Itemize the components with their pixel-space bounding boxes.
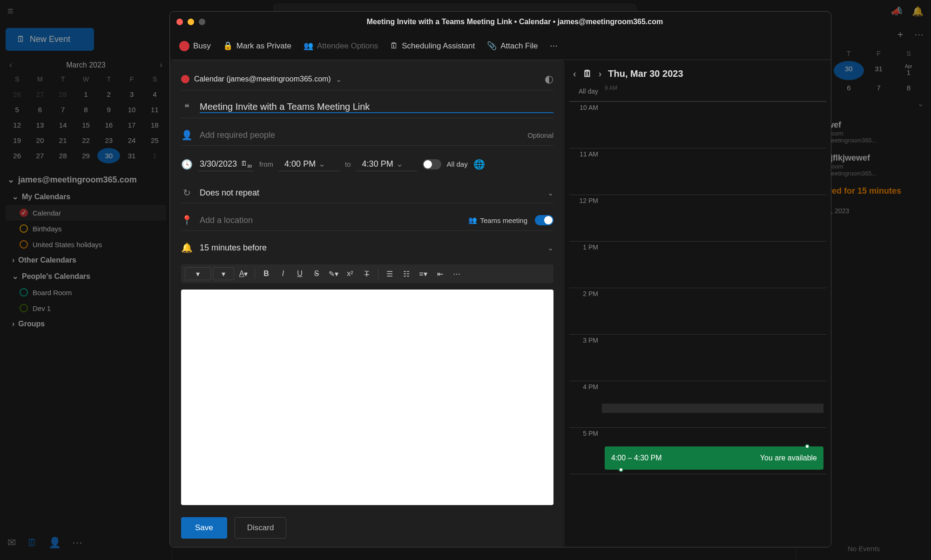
hour-label: 12 PM xyxy=(569,195,602,241)
time-slot[interactable] xyxy=(602,195,826,241)
save-button[interactable]: Save xyxy=(181,517,227,539)
mark-private-button[interactable]: 🔒 Mark as Private xyxy=(223,41,291,51)
busy-status-button[interactable]: Busy xyxy=(179,41,211,51)
clock-icon: 🕓 xyxy=(181,159,192,170)
sched-date-display: Thu, Mar 30 2023 xyxy=(608,68,683,79)
time-slot[interactable] xyxy=(602,148,826,195)
font-color-select[interactable]: ▾ xyxy=(213,267,234,280)
time-slot[interactable] xyxy=(602,102,826,148)
close-window-icon[interactable] xyxy=(176,19,183,25)
location-icon: 📍 xyxy=(181,215,192,226)
attendees-input[interactable] xyxy=(200,130,520,140)
time-slot[interactable] xyxy=(602,288,826,334)
time-slot[interactable] xyxy=(602,428,826,474)
underline-button[interactable]: U xyxy=(292,267,307,280)
chevron-down-icon[interactable]: ⌄ xyxy=(547,243,553,252)
location-input[interactable] xyxy=(200,216,461,225)
optional-attendees-button[interactable]: Optional xyxy=(527,131,553,139)
clear-format-button[interactable]: T̶ xyxy=(359,267,374,280)
maximize-window-icon[interactable] xyxy=(199,19,205,25)
attach-file-button[interactable]: 📎 Attach File xyxy=(487,41,538,51)
scheduling-assistant-button[interactable]: 🗓 Scheduling Assistant xyxy=(390,41,475,51)
number-list-button[interactable]: ☷ xyxy=(399,267,414,280)
lock-icon: 🔒 xyxy=(223,41,233,51)
time-slot[interactable] xyxy=(602,335,826,381)
subject-input[interactable] xyxy=(200,101,553,113)
allday-label: All day xyxy=(569,84,602,101)
calendar-clock-icon: 🗓 xyxy=(390,41,398,51)
chevron-down-icon[interactable]: ⌄ xyxy=(336,75,342,84)
time-slot[interactable] xyxy=(602,242,826,288)
busy-dot-icon xyxy=(179,41,189,51)
event-editor-modal: Meeting Invite with a Teams Meeting Link… xyxy=(169,11,831,547)
allday-toggle[interactable] xyxy=(423,159,441,169)
moon-icon[interactable]: ◐ xyxy=(545,73,553,85)
teams-meeting-toggle[interactable] xyxy=(535,215,553,225)
discard-button[interactable]: Discard xyxy=(235,517,287,539)
people-icon: 👥 xyxy=(304,41,313,51)
more-format-icon[interactable]: ⋯ xyxy=(449,267,464,280)
align-button[interactable]: ≡▾ xyxy=(416,267,431,280)
highlight-button[interactable]: ✎▾ xyxy=(326,267,341,280)
teams-icon: 👥 xyxy=(468,216,477,224)
rich-text-toolbar: ▾ ▾ A▾ B I U S ✎▾ x² T̶ ☰ ☷ ≡▾ ⇤ ⋯ xyxy=(181,264,553,283)
person-icon: 👤 xyxy=(181,129,192,141)
outdent-button[interactable]: ⇤ xyxy=(432,267,447,280)
end-time-select[interactable]: 4:30 PM ⌄ xyxy=(357,157,417,171)
superscript-button[interactable]: x² xyxy=(343,267,358,280)
date-picker-icon[interactable]: 🗓30 xyxy=(241,160,252,169)
attendee-options-button[interactable]: 👥 Attendee Options xyxy=(304,41,378,51)
bold-button[interactable]: B xyxy=(259,267,274,280)
quote-icon: ❝ xyxy=(181,102,192,113)
paperclip-icon: 📎 xyxy=(487,41,497,51)
hour-label: 4 PM xyxy=(569,381,602,427)
hour-label: 5 PM xyxy=(569,428,602,474)
date-input[interactable]: 3/30/2023 🗓30 xyxy=(198,157,254,171)
calendar-color-dot-icon xyxy=(181,75,189,83)
sched-prev-icon[interactable]: ‹ xyxy=(573,68,576,79)
body-editor[interactable] xyxy=(181,290,553,505)
font-size-select[interactable]: ▾ xyxy=(185,267,211,280)
repeat-icon: ↻ xyxy=(181,187,192,198)
window-title: Meeting Invite with a Teams Meeting Link… xyxy=(205,18,824,26)
calendar-select[interactable]: Calendar (james@meetingroom365.com) xyxy=(194,75,331,83)
chevron-down-icon: ⌄ xyxy=(396,159,403,169)
text-color-button[interactable]: A▾ xyxy=(236,267,251,280)
italic-button[interactable]: I xyxy=(276,267,290,280)
strike-button[interactable]: S xyxy=(309,267,324,280)
time-slot[interactable] xyxy=(602,381,826,427)
sched-next-icon[interactable]: › xyxy=(599,68,602,79)
more-toolbar-icon[interactable]: ⋯ xyxy=(550,41,558,51)
globe-icon[interactable]: 🌐 xyxy=(473,159,485,170)
chevron-down-icon: ⌄ xyxy=(318,159,325,169)
minimize-window-icon[interactable] xyxy=(188,19,194,25)
bullet-list-button[interactable]: ☰ xyxy=(382,267,397,280)
bell-icon: 🔔 xyxy=(181,242,192,253)
hour-label: 3 PM xyxy=(569,335,602,381)
start-time-select[interactable]: 4:00 PM ⌄ xyxy=(279,157,339,171)
chevron-down-icon[interactable]: ⌄ xyxy=(547,189,553,197)
hour-label: 10 AM xyxy=(569,102,602,148)
sched-date-picker-icon[interactable]: 🗓 xyxy=(583,68,592,79)
hour-label: 11 AM xyxy=(569,148,602,195)
hour-label: 2 PM xyxy=(569,288,602,334)
hour-label: 1 PM xyxy=(569,242,602,288)
